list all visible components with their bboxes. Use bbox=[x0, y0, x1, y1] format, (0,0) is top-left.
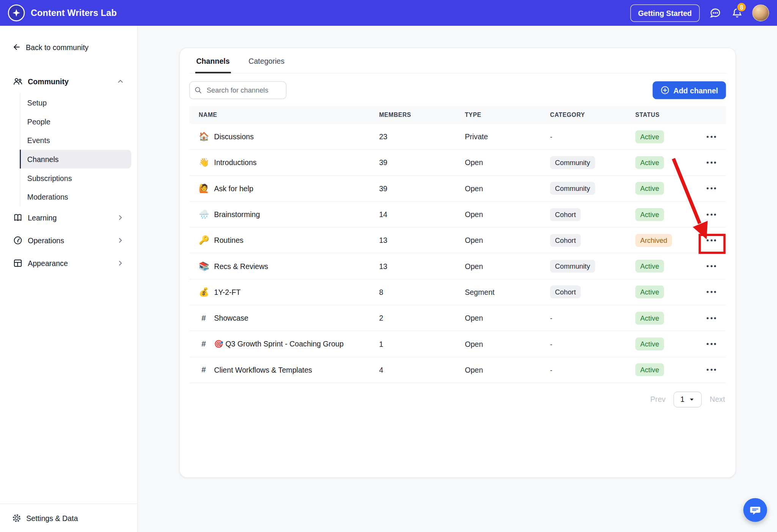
chevron-right-icon bbox=[116, 236, 124, 244]
channel-icon: 🙋 bbox=[199, 183, 209, 194]
header-cell: CATEGORY bbox=[541, 112, 626, 118]
table-row[interactable]: 🏠 Discussions 23 Private - Active bbox=[189, 124, 726, 150]
gear-icon bbox=[12, 513, 21, 523]
prev-button[interactable]: Prev bbox=[650, 395, 665, 404]
table-row[interactable]: # 🎯 Q3 Growth Sprint - Coaching Group 1 … bbox=[189, 331, 726, 357]
app-logo[interactable] bbox=[8, 5, 25, 21]
channel-name: 1Y-2-FT bbox=[214, 288, 241, 296]
table-header: NAMEMEMBERSTYPECATEGORYSTATUS bbox=[189, 106, 726, 124]
community-icon bbox=[13, 76, 23, 86]
channel-type: Open bbox=[455, 366, 541, 374]
table-row[interactable]: # Showcase 2 Open - Active bbox=[189, 305, 726, 331]
category-badge: - bbox=[550, 340, 552, 348]
sidebar-item-subscriptions[interactable]: Subscriptions bbox=[20, 168, 132, 187]
header-cell: NAME bbox=[189, 112, 370, 118]
status-badge: Active bbox=[635, 312, 664, 324]
channel-type: Open bbox=[455, 184, 541, 193]
channel-type: Open bbox=[455, 236, 541, 244]
search-input[interactable] bbox=[189, 81, 286, 99]
getting-started-button[interactable]: Getting Started bbox=[630, 4, 700, 22]
channel-icon: 💰 bbox=[199, 287, 209, 297]
tab-categories[interactable]: Categories bbox=[247, 56, 285, 73]
back-to-community-link[interactable]: Back to community bbox=[12, 42, 125, 53]
channel-name: 🎯 Q3 Growth Sprint - Coaching Group bbox=[214, 340, 343, 349]
header-cell: TYPE bbox=[455, 112, 541, 118]
sidebar-item-events[interactable]: Events bbox=[20, 131, 132, 150]
row-actions-button[interactable] bbox=[704, 235, 719, 245]
row-actions-button[interactable] bbox=[704, 365, 719, 375]
sidebar-item-people[interactable]: People bbox=[20, 112, 132, 131]
book-icon bbox=[13, 212, 23, 222]
sidebar-section-appearance[interactable]: Appearance bbox=[6, 253, 131, 273]
row-actions-button[interactable] bbox=[704, 132, 719, 142]
category-badge: Community bbox=[550, 156, 595, 169]
chat-widget-button[interactable] bbox=[743, 498, 767, 522]
row-actions-button[interactable] bbox=[704, 184, 719, 194]
sidebar-section-operations-label: Operations bbox=[28, 236, 64, 244]
add-channel-label: Add channel bbox=[673, 86, 718, 94]
category-badge: Community bbox=[550, 260, 595, 273]
table-row[interactable]: # Client Workflows & Templates 4 Open - … bbox=[189, 357, 726, 383]
category-badge: - bbox=[550, 314, 552, 322]
members-count: 14 bbox=[370, 210, 455, 219]
notifications-button[interactable]: 8 bbox=[730, 6, 743, 19]
channels-card: Channels Categories Add channel bbox=[179, 47, 736, 478]
channel-icon: 📚 bbox=[199, 261, 209, 271]
table-row[interactable]: 📚 Recs & Reviews 13 Open Community Activ… bbox=[189, 253, 726, 279]
channel-icon: 👋 bbox=[199, 157, 209, 168]
sidebar-section-operations[interactable]: Operations bbox=[6, 230, 131, 250]
members-count: 8 bbox=[370, 288, 455, 296]
status-badge: Active bbox=[635, 182, 664, 195]
notification-badge: 8 bbox=[736, 2, 747, 12]
channel-name: Routines bbox=[214, 236, 243, 244]
members-count: 2 bbox=[370, 314, 455, 322]
row-actions-button[interactable] bbox=[704, 157, 719, 167]
category-badge: Cohort bbox=[550, 208, 581, 221]
sidebar-item-moderations[interactable]: Moderations bbox=[20, 187, 132, 206]
sidebar-section-learning-label: Learning bbox=[28, 213, 57, 222]
channel-name: Introductions bbox=[214, 158, 256, 167]
channel-icon: # bbox=[199, 313, 209, 323]
chevron-up-icon bbox=[116, 77, 124, 85]
status-badge: Active bbox=[635, 364, 664, 376]
members-count: 1 bbox=[370, 340, 455, 348]
channel-type: Open bbox=[455, 340, 541, 348]
user-avatar[interactable] bbox=[752, 5, 769, 21]
table-row[interactable]: 🔑 Routines 13 Open Cohort Archived bbox=[189, 228, 726, 253]
table-row[interactable]: 👋 Introductions 39 Open Community Active bbox=[189, 150, 726, 176]
channel-type: Private bbox=[455, 132, 541, 141]
table-row[interactable]: 🙋 Ask for help 39 Open Community Active bbox=[189, 176, 726, 201]
row-actions-button[interactable] bbox=[704, 287, 719, 297]
row-actions-button[interactable] bbox=[704, 339, 719, 349]
tab-channels[interactable]: Channels bbox=[195, 56, 231, 74]
channel-icon: 🔑 bbox=[199, 235, 209, 246]
settings-data-link[interactable]: Settings & Data bbox=[0, 503, 137, 532]
sidebar-section-community[interactable]: Community bbox=[13, 76, 129, 87]
channel-icon: 🌧️ bbox=[199, 209, 209, 219]
page-select[interactable]: 1 bbox=[673, 392, 702, 408]
chevron-right-icon bbox=[116, 259, 124, 267]
row-actions-button[interactable] bbox=[704, 209, 719, 219]
chat-bubble-icon bbox=[749, 504, 761, 516]
add-channel-button[interactable]: Add channel bbox=[653, 81, 726, 99]
table-row[interactable]: 🌧️ Brainstorming 14 Open Cohort Active bbox=[189, 201, 726, 227]
operations-icon bbox=[13, 235, 23, 245]
row-actions-button[interactable] bbox=[704, 313, 719, 323]
community-subitems: SetupPeopleEventsChannelsSubscriptionsMo… bbox=[20, 93, 131, 206]
next-button[interactable]: Next bbox=[710, 395, 725, 404]
table-row[interactable]: 💰 1Y-2-FT 8 Segment Cohort Active bbox=[189, 279, 726, 305]
channel-type: Open bbox=[455, 210, 541, 219]
search-icon bbox=[194, 86, 202, 94]
row-actions-button[interactable] bbox=[704, 261, 719, 271]
status-badge: Active bbox=[635, 130, 664, 143]
status-badge: Active bbox=[635, 286, 664, 299]
chevron-right-icon bbox=[116, 214, 124, 222]
sidebar-item-channels[interactable]: Channels bbox=[20, 150, 132, 168]
members-count: 13 bbox=[370, 262, 455, 270]
topbar: Content Writers Lab Getting Started 8 bbox=[0, 0, 777, 26]
channel-name: Client Workflows & Templates bbox=[214, 366, 312, 374]
messages-button[interactable] bbox=[709, 6, 722, 19]
sidebar-section-learning[interactable]: Learning bbox=[6, 208, 131, 227]
sidebar-item-setup[interactable]: Setup bbox=[20, 93, 132, 112]
category-badge: - bbox=[550, 133, 552, 141]
